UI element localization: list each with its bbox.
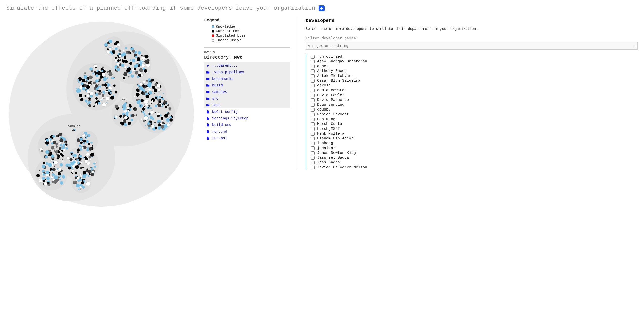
svg-point-579 xyxy=(59,179,61,180)
svg-point-126 xyxy=(108,70,111,73)
developer-item[interactable]: Doug Bunting xyxy=(311,102,638,107)
file-row[interactable]: run.cmd xyxy=(204,128,290,135)
developer-item[interactable]: Cesar Blum Silveira xyxy=(311,78,638,83)
divider xyxy=(204,47,290,48)
clear-filter-icon[interactable]: ✕ xyxy=(633,43,636,48)
developer-item[interactable]: Ajay Bhargav Baaskaran xyxy=(311,59,638,64)
developer-item[interactable]: _unmodified_ xyxy=(311,54,638,59)
folder-row[interactable]: src xyxy=(204,95,290,102)
developer-item[interactable]: Hisham Bin Ateya xyxy=(311,136,638,141)
svg-point-15 xyxy=(108,72,112,76)
svg-point-93 xyxy=(81,82,84,85)
developer-item[interactable]: anpete xyxy=(311,64,638,69)
svg-point-375 xyxy=(166,118,170,122)
developer-name: Jass Bagga xyxy=(317,160,340,165)
folder-row[interactable]: samples xyxy=(204,89,290,95)
developer-filter-input[interactable] xyxy=(306,42,638,50)
developer-item[interactable]: harshgMSFT xyxy=(311,126,638,131)
developer-item[interactable]: Jaspreet Bagga xyxy=(311,155,638,160)
svg-point-469 xyxy=(128,122,131,125)
svg-point-636 xyxy=(80,167,82,169)
developer-item[interactable]: Artak Mkrtchyan xyxy=(311,74,638,78)
developer-checkbox[interactable] xyxy=(311,137,315,140)
developer-checkbox[interactable] xyxy=(311,79,315,83)
developer-checkbox[interactable] xyxy=(311,108,315,112)
svg-point-128 xyxy=(110,92,112,94)
developer-item[interactable]: David Paquette xyxy=(311,98,638,102)
folder-row[interactable]: benchmarks xyxy=(204,76,290,82)
developer-checkbox[interactable] xyxy=(311,84,315,87)
svg-point-257 xyxy=(130,59,131,61)
svg-point-602 xyxy=(46,171,49,174)
developer-checkbox[interactable] xyxy=(311,151,315,155)
developer-item[interactable]: damianedwards xyxy=(311,88,638,93)
svg-point-131 xyxy=(115,91,117,93)
file-row[interactable]: Settings.StyleCop xyxy=(204,115,290,122)
developer-checkbox[interactable] xyxy=(311,127,315,131)
developer-item[interactable]: Hao Kung xyxy=(311,117,638,122)
svg-point-540 xyxy=(61,146,63,148)
developer-checkbox[interactable] xyxy=(311,60,315,63)
developer-item[interactable]: Fabien Lavocat xyxy=(311,112,638,117)
folder-row[interactable]: build xyxy=(204,82,290,89)
svg-point-154 xyxy=(97,71,101,75)
developer-checkbox[interactable] xyxy=(311,69,315,73)
developer-checkbox[interactable] xyxy=(311,122,315,126)
developer-checkbox[interactable] xyxy=(311,166,315,169)
file-row[interactable]: NuGet.config xyxy=(204,108,290,115)
legend-item-current-loss: Current Loss xyxy=(212,29,290,33)
developer-checkbox[interactable] xyxy=(311,98,315,102)
knowledge-map[interactable]: samples src test xyxy=(6,18,196,210)
developer-checkbox[interactable] xyxy=(311,118,315,121)
svg-point-637 xyxy=(71,172,72,173)
developer-checkbox[interactable] xyxy=(311,94,315,97)
svg-point-392 xyxy=(143,120,145,122)
developer-checkbox[interactable] xyxy=(311,113,315,116)
developer-item[interactable]: Anthony Sneed xyxy=(311,69,638,74)
developer-item[interactable]: ianhong xyxy=(311,141,638,146)
file-row[interactable]: build.cmd xyxy=(204,122,290,128)
developer-checkbox[interactable] xyxy=(311,103,315,107)
folder-row[interactable]: test xyxy=(204,102,290,108)
svg-point-423 xyxy=(158,123,161,126)
developer-checkbox[interactable] xyxy=(311,132,315,136)
add-button[interactable] xyxy=(319,5,325,11)
svg-point-142 xyxy=(113,95,114,96)
svg-point-617 xyxy=(49,172,50,173)
developer-list[interactable]: _unmodified_Ajay Bhargav Baaskarananpete… xyxy=(306,54,638,170)
developer-item[interactable]: jacalvar xyxy=(311,146,638,151)
file-row[interactable]: run.ps1 xyxy=(204,135,290,141)
developer-item[interactable]: Henk Mollema xyxy=(311,131,638,136)
developer-checkbox[interactable] xyxy=(311,55,315,59)
parent-directory-link[interactable]: ...parent... xyxy=(204,62,290,69)
folder-row[interactable]: .vsts-pipelines xyxy=(204,69,290,76)
developer-item[interactable]: David Fowler xyxy=(311,93,638,98)
developer-checkbox[interactable] xyxy=(311,74,315,78)
developer-item[interactable]: Jass Bagga xyxy=(311,160,638,165)
developer-checkbox[interactable] xyxy=(311,146,315,150)
svg-point-290 xyxy=(154,88,157,92)
developer-checkbox[interactable] xyxy=(311,142,315,145)
developer-item[interactable]: Javier Calvarro Nelson xyxy=(311,165,638,170)
svg-point-713 xyxy=(90,142,93,144)
svg-point-39 xyxy=(101,92,102,93)
svg-point-695 xyxy=(90,167,92,168)
svg-point-409 xyxy=(162,104,163,105)
svg-point-530 xyxy=(61,150,63,152)
svg-point-341 xyxy=(150,116,153,119)
svg-point-260 xyxy=(140,62,142,64)
svg-point-288 xyxy=(162,98,164,100)
developer-checkbox[interactable] xyxy=(311,161,315,164)
developer-checkbox[interactable] xyxy=(311,156,315,160)
developer-item[interactable]: James Newton-King xyxy=(311,151,638,155)
developer-item[interactable]: Harsh Gupta xyxy=(311,122,638,126)
developer-checkbox[interactable] xyxy=(311,65,315,68)
svg-point-318 xyxy=(139,104,143,108)
developer-item[interactable]: cjrosa xyxy=(311,83,638,88)
svg-point-589 xyxy=(50,160,52,161)
svg-point-272 xyxy=(145,91,147,93)
developer-item[interactable]: dougbu xyxy=(311,107,638,112)
developer-checkbox[interactable] xyxy=(311,89,315,92)
svg-point-354 xyxy=(168,107,171,111)
breadcrumb[interactable]: Mvc/ xyxy=(204,51,290,54)
